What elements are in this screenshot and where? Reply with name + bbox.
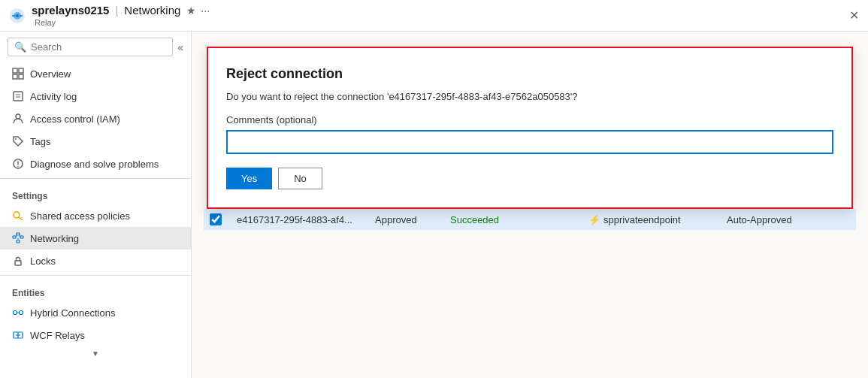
dialog-comments-label: Comments (optional) [226,114,833,125]
dialog-buttons: Yes No [226,168,833,189]
entities-divider [0,275,191,276]
svg-rect-23 [17,240,20,243]
sidebar-label-activity-log: Activity log [30,91,77,102]
sidebar: 🔍 « Overview Activity log [0,32,192,378]
sidebar-item-tags[interactable]: Tags [0,130,191,153]
tags-icon [12,135,24,147]
svg-rect-5 [13,68,17,73]
search-box: 🔍 [8,38,173,56]
title-bar: sprelayns0215 | Networking ★ ··· Relay ✕ [0,0,868,32]
yes-button[interactable]: Yes [226,168,272,189]
sidebar-item-shared-access[interactable]: Shared access policies [0,204,191,227]
svg-line-25 [20,234,20,237]
svg-point-13 [15,138,17,140]
svg-rect-27 [15,261,21,265]
sidebar-item-networking[interactable]: Networking [0,227,191,249]
content-area: Reject connection Do you want to reject … [192,32,868,378]
activity-icon [12,90,24,102]
sidebar-label-shared-access: Shared access policies [30,210,130,222]
dialog-body: Do you want to reject the connection 'e4… [226,91,833,102]
title-actions: ★ ··· [186,5,210,17]
scroll-indicator: ▼ [0,346,191,361]
favorite-star[interactable]: ★ [186,5,196,17]
svg-rect-20 [13,236,16,238]
settings-section-label: Settings [0,182,191,204]
settings-divider [0,178,191,179]
lock-icon [12,255,24,267]
svg-line-24 [16,234,17,237]
svg-rect-6 [19,68,23,73]
sidebar-item-diagnose[interactable]: Diagnose and solve problems [0,153,191,175]
sidebar-item-wcf-relays[interactable]: WCF Relays [0,324,191,346]
hybrid-icon [12,307,24,319]
scroll-down-arrow: ▼ [92,349,99,358]
sidebar-search-wrap: 🔍 « [0,32,191,62]
sidebar-label-networking: Networking [30,233,79,244]
sidebar-item-overview[interactable]: Overview [0,62,191,85]
sidebar-label-wcf-relays: WCF Relays [30,330,85,341]
svg-point-28 [14,311,17,315]
entities-section-label: Entities [0,279,191,301]
svg-line-19 [20,217,22,219]
sidebar-label-tags: Tags [30,136,50,147]
svg-rect-9 [14,92,23,101]
title-name-group: sprelayns0215 | Networking ★ ··· Relay [32,4,210,27]
sidebar-label-locks: Locks [30,256,56,267]
access-icon [12,113,24,125]
sidebar-label-hybrid-connections: Hybrid Connections [30,307,115,319]
relay-icon [9,8,26,24]
sidebar-item-access-control[interactable]: Access control (IAM) [0,107,191,130]
main-layout: 🔍 « Overview Activity log [0,32,868,378]
svg-point-12 [16,114,20,119]
sidebar-label-diagnose: Diagnose and solve problems [30,159,159,170]
networking-icon [12,232,24,244]
sidebar-label-overview: Overview [30,68,71,80]
collapse-button[interactable]: « [177,41,183,53]
dialog-overlay: Reject connection Do you want to reject … [192,32,868,378]
key-icon [12,210,24,222]
dialog-comments-input[interactable] [226,130,833,154]
svg-rect-22 [17,233,20,235]
resource-type: Relay [35,18,210,27]
more-options[interactable]: ··· [201,5,210,17]
diagnose-icon [12,158,24,170]
svg-rect-21 [20,236,23,238]
svg-rect-8 [19,74,23,79]
current-section: Networking [124,4,180,17]
resource-name: sprelayns0215 [32,4,109,17]
svg-rect-7 [13,74,17,79]
title-pipe: | [115,4,118,17]
sidebar-item-activity-log[interactable]: Activity log [0,85,191,107]
search-input[interactable] [31,41,166,53]
close-button[interactable]: ✕ [849,10,859,22]
search-icon: 🔍 [14,41,26,53]
sidebar-item-locks[interactable]: Locks [0,249,191,272]
sidebar-item-hybrid-connections[interactable]: Hybrid Connections [0,301,191,324]
no-button[interactable]: No [278,168,322,189]
dialog-title: Reject connection [226,66,833,82]
svg-point-16 [17,165,19,167]
svg-point-17 [14,212,20,218]
overview-icon [12,68,24,80]
svg-point-2 [16,14,19,17]
sidebar-label-access-control: Access control (IAM) [30,113,120,125]
wcf-icon [12,329,24,341]
svg-point-29 [20,311,23,315]
app-container: sprelayns0215 | Networking ★ ··· Relay ✕… [0,0,868,378]
reject-connection-dialog: Reject connection Do you want to reject … [207,47,853,209]
